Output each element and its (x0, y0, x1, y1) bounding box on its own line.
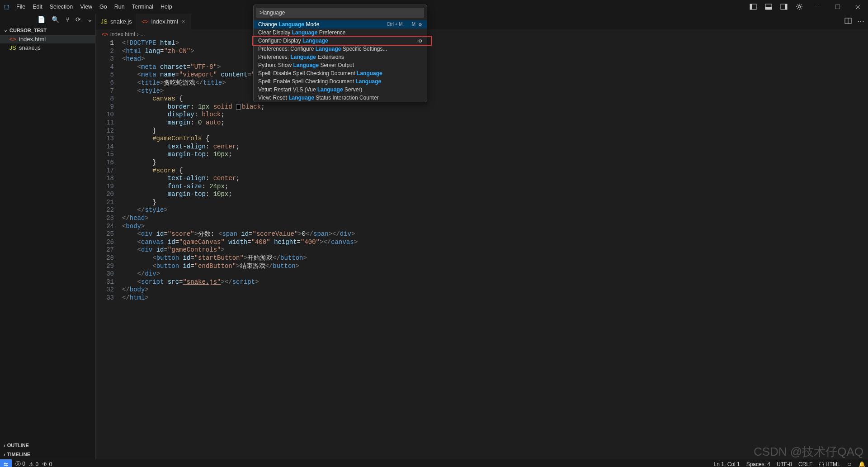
js-file-icon: JS (100, 18, 108, 25)
settings-gear-icon[interactable] (792, 0, 807, 14)
status-warnings[interactable]: ⚠ 0 (29, 461, 38, 467)
file-snake-js[interactable]: JSsnake.js (0, 43, 95, 52)
svg-rect-3 (765, 7, 772, 10)
palette-item-9[interactable]: View: Reset Language Status Interaction … (254, 94, 427, 102)
status-ports[interactable]: 👁 0 (42, 461, 52, 467)
html-file-icon: <> (142, 18, 149, 25)
titlebar: ⬚ File Edit Selection View Go Run Termin… (0, 0, 868, 14)
file-index-html[interactable]: <>index.html (0, 35, 95, 43)
chevron-right-icon: › (4, 443, 5, 448)
source-control-icon[interactable]: ⑂ (66, 16, 69, 23)
status-indentation[interactable]: Spaces: 4 (746, 461, 770, 467)
close-button[interactable] (848, 0, 868, 14)
svg-rect-5 (785, 4, 787, 10)
search-icon[interactable]: 🔍 (52, 16, 59, 23)
palette-item-0[interactable]: Change Language ModeCtrl + M M ⚙ (254, 20, 427, 29)
html-file-icon: <> (9, 36, 16, 43)
menu-help[interactable]: Help (157, 1, 176, 13)
breadcrumb[interactable]: <> index.html › ... (96, 29, 868, 39)
status-language-mode[interactable]: { } HTML (819, 461, 840, 467)
menu-go[interactable]: Go (96, 1, 111, 13)
collapse-icon[interactable]: ⌄ (87, 16, 93, 23)
layout-primary-icon[interactable] (745, 0, 761, 14)
chevron-right-icon: › (4, 452, 5, 457)
status-cursor-position[interactable]: Ln 1, Col 1 (714, 461, 740, 467)
command-palette-input[interactable] (256, 8, 424, 18)
status-bar: ⇆ ⓧ 0 ⚠ 0 👁 0 Ln 1, Col 1 Spaces: 4 UTF-… (0, 459, 868, 467)
palette-item-1[interactable]: Clear Display Language Preference (254, 29, 427, 37)
tab-snake-js[interactable]: JSsnake.js (96, 14, 137, 29)
svg-point-6 (798, 6, 801, 8)
more-actions-icon[interactable]: ⋯ (857, 17, 864, 26)
status-notifications-icon[interactable]: 🔔 (859, 461, 865, 467)
menu-view[interactable]: View (76, 1, 96, 13)
app-icon: ⬚ (0, 0, 13, 14)
status-eol[interactable]: CRLF (798, 461, 812, 467)
html-file-icon: <> (101, 31, 108, 38)
menu-edit[interactable]: Edit (29, 1, 46, 13)
split-editor-icon[interactable] (844, 17, 852, 26)
svg-rect-7 (815, 7, 820, 7)
svg-rect-8 (835, 5, 840, 9)
menu-terminal[interactable]: Terminal (128, 1, 157, 13)
minimize-button[interactable] (807, 0, 827, 14)
layout-panel-icon[interactable] (761, 0, 776, 14)
status-errors[interactable]: ⓧ 0 (15, 460, 25, 467)
timeline-section[interactable]: ›TIMELINE (0, 450, 95, 459)
palette-item-7[interactable]: Spell: Enable Spell Checking Document La… (254, 77, 427, 86)
palette-item-2[interactable]: Configure Display Language ⚙ (254, 37, 427, 45)
command-palette: Change Language ModeCtrl + M M ⚙Clear Di… (253, 5, 427, 102)
refresh-icon[interactable]: ⟳ (75, 16, 81, 23)
svg-rect-1 (750, 4, 752, 10)
explorer-toolbar: 📄 🔍 ⑂ ⟳ ⌄ (0, 14, 95, 25)
line-numbers: 1234567891011121314151617181920212223242… (96, 39, 122, 459)
palette-item-6[interactable]: Spell: Disable Spell Checking Document L… (254, 69, 427, 77)
js-file-icon: JS (9, 44, 16, 51)
palette-item-5[interactable]: Python: Show Language Server Output (254, 61, 427, 69)
menu-selection[interactable]: Selection (46, 1, 76, 13)
menu-file[interactable]: File (13, 1, 29, 13)
code-editor[interactable]: 1234567891011121314151617181920212223242… (96, 39, 868, 459)
code-content[interactable]: <!DOCTYPE html><html lang="zh-CN"><head>… (122, 39, 868, 459)
layout-secondary-icon[interactable] (776, 0, 792, 14)
tab-bar: JSsnake.js <>index.html× ⋯ (96, 14, 868, 29)
outline-section[interactable]: ›OUTLINE (0, 441, 95, 450)
menubar: File Edit Selection View Go Run Terminal… (13, 1, 176, 13)
tab-index-html[interactable]: <>index.html× (137, 14, 191, 29)
new-file-icon[interactable]: 📄 (38, 16, 45, 23)
palette-item-8[interactable]: Vetur: Restart VLS (Vue Language Server) (254, 86, 427, 94)
project-folder[interactable]: ⌄CURSOR_TEST (0, 25, 95, 35)
palette-item-3[interactable]: Preferences: Configure Language Specific… (254, 45, 427, 53)
maximize-button[interactable] (827, 0, 848, 14)
palette-item-4[interactable]: Preferences: Language Extensions (254, 53, 427, 61)
explorer-sidebar: 📄 🔍 ⑂ ⟳ ⌄ ⌄CURSOR_TEST <>index.html JSsn… (0, 14, 96, 459)
status-feedback-icon[interactable]: ☺ (847, 461, 852, 467)
editor-group: JSsnake.js <>index.html× ⋯ <> index.html… (96, 14, 868, 459)
menu-run[interactable]: Run (111, 1, 128, 13)
remote-indicator[interactable]: ⇆ (0, 459, 12, 467)
status-encoding[interactable]: UTF-8 (777, 461, 792, 467)
tab-close-icon[interactable]: × (181, 18, 186, 25)
chevron-down-icon: ⌄ (4, 27, 8, 33)
